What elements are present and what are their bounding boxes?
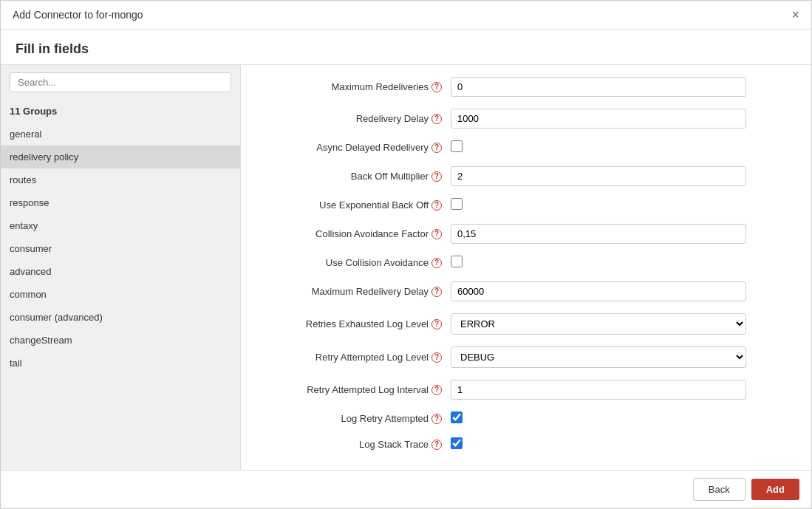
label-retry-attempted-log-level: Retry Attempted Log Level ? xyxy=(259,352,451,363)
label-back-off-multiplier: Back Off Multiplier ? xyxy=(259,171,451,182)
input-collision-avoidance-factor[interactable] xyxy=(451,224,746,244)
field-async-delayed-redelivery: Async Delayed Redelivery ? xyxy=(259,140,794,154)
search-input[interactable] xyxy=(10,72,231,92)
sidebar-item-consumer[interactable]: consumer xyxy=(1,237,240,260)
checkbox-log-retry-attempted[interactable] xyxy=(451,411,463,423)
field-use-collision-avoidance: Use Collision Avoidance ? xyxy=(259,256,794,270)
sidebar-item-general[interactable]: general xyxy=(1,123,240,146)
field-retry-attempted-log-interval: Retry Attempted Log Interval ? xyxy=(259,380,794,400)
field-use-exponential-back-off: Use Exponential Back Off ? xyxy=(259,198,794,212)
field-back-off-multiplier: Back Off Multiplier ? xyxy=(259,166,794,186)
sidebar-item-tail[interactable]: tail xyxy=(1,352,240,375)
checkbox-log-stack-trace[interactable] xyxy=(451,437,463,449)
label-redelivery-delay: Redelivery Delay ? xyxy=(259,113,451,124)
sidebar-item-consumer-advanced[interactable]: consumer (advanced) xyxy=(1,306,240,329)
sidebar-item-routes[interactable]: routes xyxy=(1,168,240,191)
field-max-redeliveries: Maximum Redeliveries ? xyxy=(259,77,794,97)
label-log-stack-trace: Log Stack Trace ? xyxy=(259,439,451,450)
sidebar-item-response[interactable]: response xyxy=(1,191,240,214)
back-button[interactable]: Back xyxy=(693,478,746,501)
help-icon-async-delayed-redelivery[interactable]: ? xyxy=(431,143,442,153)
add-button[interactable]: Add xyxy=(751,479,799,500)
input-retry-attempted-log-interval[interactable] xyxy=(451,380,746,400)
input-max-redeliveries[interactable] xyxy=(451,77,746,97)
close-button[interactable]: × xyxy=(791,8,799,21)
help-icon-collision-avoidance-factor[interactable]: ? xyxy=(431,229,442,239)
help-icon-retries-exhausted-log-level[interactable]: ? xyxy=(431,319,442,329)
select-retry-attempted-log-level[interactable]: ERROR WARN INFO DEBUG TRACE xyxy=(451,346,746,368)
help-icon-back-off-multiplier[interactable]: ? xyxy=(431,171,442,182)
main-content: Maximum Redeliveries ? Redelivery Delay … xyxy=(241,65,811,470)
field-max-redelivery-delay: Maximum Redelivery Delay ? xyxy=(259,281,794,301)
label-retries-exhausted-log-level: Retries Exhausted Log Level ? xyxy=(259,318,451,329)
help-icon-max-redeliveries[interactable]: ? xyxy=(431,82,442,92)
checkbox-use-exponential-back-off[interactable] xyxy=(451,198,463,210)
label-max-redelivery-delay: Maximum Redelivery Delay ? xyxy=(259,286,451,297)
input-redelivery-delay[interactable] xyxy=(451,109,746,129)
help-icon-retry-attempted-log-interval[interactable]: ? xyxy=(431,385,442,395)
label-async-delayed-redelivery: Async Delayed Redelivery ? xyxy=(259,142,451,153)
help-icon-use-collision-avoidance[interactable]: ? xyxy=(431,258,442,268)
help-icon-log-retry-attempted[interactable]: ? xyxy=(431,414,442,424)
modal-wrapper: Add Connector to for-mongo × Fill in fie… xyxy=(0,0,812,509)
checkbox-use-collision-avoidance[interactable] xyxy=(451,256,463,267)
label-use-collision-avoidance: Use Collision Avoidance ? xyxy=(259,257,451,268)
label-use-exponential-back-off: Use Exponential Back Off ? xyxy=(259,199,451,211)
sidebar-item-entaxy[interactable]: entaxy xyxy=(1,214,240,237)
select-retries-exhausted-log-level[interactable]: ERROR WARN INFO DEBUG TRACE xyxy=(451,313,746,335)
help-icon-max-redelivery-delay[interactable]: ? xyxy=(431,287,442,297)
label-log-retry-attempted: Log Retry Attempted ? xyxy=(259,413,451,424)
field-log-retry-attempted: Log Retry Attempted ? xyxy=(259,411,794,426)
sidebar-item-common[interactable]: common xyxy=(1,283,240,306)
help-icon-retry-attempted-log-level[interactable]: ? xyxy=(431,352,442,363)
field-collision-avoidance-factor: Collision Avoidance Factor ? xyxy=(259,224,794,244)
modal-subheader: Fill in fields xyxy=(1,30,811,65)
help-icon-log-stack-trace[interactable]: ? xyxy=(431,440,442,450)
field-retries-exhausted-log-level: Retries Exhausted Log Level ? ERROR WARN… xyxy=(259,313,794,335)
field-retry-attempted-log-level: Retry Attempted Log Level ? ERROR WARN I… xyxy=(259,346,794,368)
input-back-off-multiplier[interactable] xyxy=(451,166,746,186)
field-redelivery-delay: Redelivery Delay ? xyxy=(259,109,794,129)
label-retry-attempted-log-interval: Retry Attempted Log Interval ? xyxy=(259,384,451,395)
modal-header: Add Connector to for-mongo × xyxy=(1,1,811,30)
label-collision-avoidance-factor: Collision Avoidance Factor ? xyxy=(259,228,451,239)
help-icon-use-exponential-back-off[interactable]: ? xyxy=(431,200,442,211)
search-container xyxy=(1,65,240,100)
sidebar-item-changestream[interactable]: changeStream xyxy=(1,329,240,352)
modal-body: 11 Groups general redelivery policy rout… xyxy=(1,65,811,470)
modal-title: Add Connector to for-mongo xyxy=(13,9,143,21)
page-title: Fill in fields xyxy=(16,41,796,57)
input-max-redelivery-delay[interactable] xyxy=(451,281,746,301)
label-max-redeliveries: Maximum Redeliveries ? xyxy=(259,81,451,92)
help-icon-redelivery-delay[interactable]: ? xyxy=(431,114,442,124)
field-log-stack-trace: Log Stack Trace ? xyxy=(259,437,794,451)
modal-footer: Back Add xyxy=(1,470,811,508)
sidebar: 11 Groups general redelivery policy rout… xyxy=(1,65,241,470)
sidebar-item-advanced[interactable]: advanced xyxy=(1,260,240,283)
sidebar-item-redelivery-policy[interactable]: redelivery policy xyxy=(1,146,240,168)
checkbox-async-delayed-redelivery[interactable] xyxy=(451,140,463,152)
groups-label: 11 Groups xyxy=(1,100,240,123)
